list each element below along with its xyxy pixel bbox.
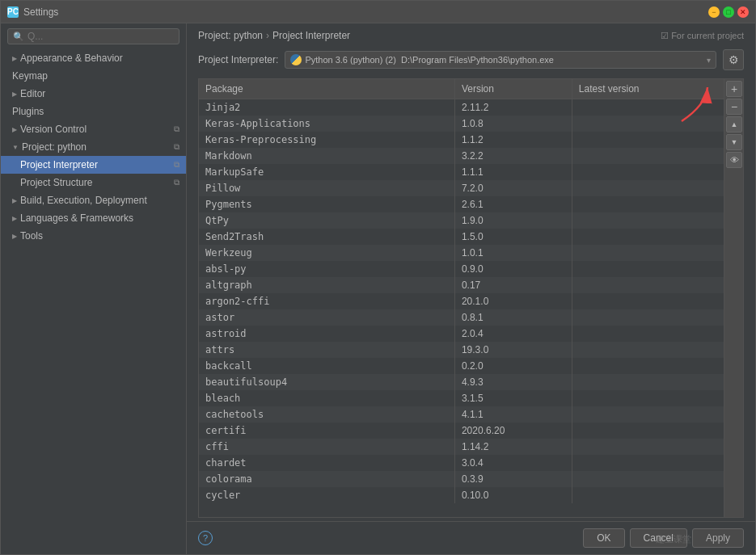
table-row[interactable]: Jinja2 2.11.2 xyxy=(199,99,724,116)
search-box[interactable]: 🔍 xyxy=(7,28,179,44)
window-controls: − □ ✕ xyxy=(708,6,749,18)
sidebar-item-project-interpreter[interactable]: Project Interpreter ⧉ xyxy=(1,156,186,174)
interpreter-value: Python 3.6 (python) (2) D:\Program Files… xyxy=(305,55,703,65)
package-latest xyxy=(572,374,724,390)
package-name: absl-py xyxy=(199,261,454,277)
interpreter-bar: Project Interpreter: Python 3.6 (python)… xyxy=(187,44,755,75)
window-title: Settings xyxy=(23,6,708,18)
dropdown-arrow-icon: ▾ xyxy=(707,56,711,65)
breadcrumb-current: Project Interpreter xyxy=(272,30,350,41)
table-row[interactable]: Keras-Preprocessing 1.1.2 xyxy=(199,132,724,148)
package-latest xyxy=(572,390,724,406)
package-version: 2.11.2 xyxy=(454,99,572,116)
sidebar-item-tools[interactable]: Tools xyxy=(1,227,186,245)
scroll-up-button[interactable]: ▲ xyxy=(726,116,742,132)
sidebar-item-version-control[interactable]: Version Control ⧉ xyxy=(1,120,186,138)
package-name: cffi xyxy=(199,439,454,455)
package-version: 1.14.2 xyxy=(454,439,572,455)
package-name: argon2-cffi xyxy=(199,293,454,309)
sidebar-item-project-structure[interactable]: Project Structure ⧉ xyxy=(1,174,186,191)
sidebar-item-editor[interactable]: Editor xyxy=(1,85,186,103)
sidebar-item-build-execution[interactable]: Build, Execution, Deployment xyxy=(1,191,186,209)
maximize-button[interactable]: □ xyxy=(723,6,734,18)
sidebar-item-appearance[interactable]: Appearance & Behavior xyxy=(1,49,186,67)
sidebar-item-keymap[interactable]: Keymap xyxy=(1,67,186,85)
sidebar-item-label: Version Control xyxy=(20,124,87,135)
package-latest xyxy=(572,309,724,326)
table-row[interactable]: altgraph 0.17 xyxy=(199,277,724,293)
table-row[interactable]: argon2-cffi 20.1.0 xyxy=(199,293,724,309)
table-row[interactable]: Markdown 3.2.2 xyxy=(199,148,724,164)
interpreter-label: Project Interpreter: xyxy=(198,54,278,65)
main-panel: Project: python › Project Interpreter ☑ … xyxy=(187,23,755,554)
package-latest xyxy=(572,439,724,455)
sidebar-item-project-python[interactable]: Project: python ⧉ xyxy=(1,138,186,156)
sidebar-item-label: Project Structure xyxy=(20,177,92,188)
table-row[interactable]: cffi 1.14.2 xyxy=(199,439,724,455)
package-version: 0.10.0 xyxy=(454,487,572,503)
package-version: 3.1.5 xyxy=(454,390,572,406)
table-row[interactable]: backcall 0.2.0 xyxy=(199,358,724,374)
package-version: 7.2.0 xyxy=(454,180,572,196)
main-content: 🔍 Appearance & Behavior Keymap Editor Pl… xyxy=(1,23,755,554)
sidebar-item-languages[interactable]: Languages & Frameworks xyxy=(1,209,186,227)
table-row[interactable]: colorama 0.3.9 xyxy=(199,471,724,487)
scroll-down-button[interactable]: ▼ xyxy=(726,134,742,150)
package-name: astor xyxy=(199,309,454,326)
table-row[interactable]: beautifulsoup4 4.9.3 xyxy=(199,374,724,390)
interpreter-dropdown[interactable]: Python 3.6 (python) (2) D:\Program Files… xyxy=(285,51,716,69)
sidebar: 🔍 Appearance & Behavior Keymap Editor Pl… xyxy=(1,23,187,554)
table-row[interactable]: attrs 19.3.0 xyxy=(199,342,724,358)
package-name: astroid xyxy=(199,326,454,342)
sidebar-item-label: Tools xyxy=(20,230,43,242)
breadcrumb-separator: › xyxy=(266,30,269,41)
table-row[interactable]: bleach 3.1.5 xyxy=(199,390,724,406)
package-latest xyxy=(572,342,724,358)
table-row[interactable]: astor 0.8.1 xyxy=(199,309,724,326)
table-row[interactable]: Werkzeug 1.0.1 xyxy=(199,245,724,261)
table-row[interactable]: cachetools 4.1.1 xyxy=(199,406,724,423)
table-row[interactable]: Send2Trash 1.5.0 xyxy=(199,229,724,245)
ok-button[interactable]: OK xyxy=(583,528,624,548)
package-version: 19.3.0 xyxy=(454,342,572,358)
package-name: MarkupSafe xyxy=(199,164,454,180)
package-name: cachetools xyxy=(199,406,454,423)
table-row[interactable]: absl-py 0.9.0 xyxy=(199,261,724,277)
package-version: 0.17 xyxy=(454,277,572,293)
package-latest xyxy=(572,164,724,180)
package-version: 0.2.0 xyxy=(454,358,572,374)
package-version: 1.9.0 xyxy=(454,212,572,229)
gear-button[interactable]: ⚙ xyxy=(723,49,744,70)
table-row[interactable]: astroid 2.0.4 xyxy=(199,326,724,342)
table-side-buttons: + − ▲ ▼ 👁 xyxy=(724,79,743,517)
table-row[interactable]: certifi 2020.6.20 xyxy=(199,423,724,439)
titlebar: PC Settings − □ ✕ xyxy=(1,1,755,23)
table-row[interactable]: Pygments 2.6.1 xyxy=(199,196,724,212)
package-table-container[interactable]: Package Version Latest version Jinja2 2.… xyxy=(199,79,724,517)
package-table: Package Version Latest version Jinja2 2.… xyxy=(199,79,724,503)
remove-package-button[interactable]: − xyxy=(726,99,742,115)
sidebar-item-label: Keymap xyxy=(12,70,48,82)
package-name: bleach xyxy=(199,390,454,406)
package-version: 4.1.1 xyxy=(454,406,572,423)
package-latest xyxy=(572,423,724,439)
minimize-button[interactable]: − xyxy=(708,6,720,18)
apply-button[interactable]: Apply xyxy=(692,528,744,548)
add-package-button[interactable]: + xyxy=(726,81,742,97)
close-button[interactable]: ✕ xyxy=(737,6,749,18)
table-row[interactable]: QtPy 1.9.0 xyxy=(199,212,724,229)
sidebar-item-label: Project: python xyxy=(22,141,87,153)
table-row[interactable]: cycler 0.10.0 xyxy=(199,487,724,503)
package-latest xyxy=(572,148,724,164)
table-row[interactable]: MarkupSafe 1.1.1 xyxy=(199,164,724,180)
package-latest xyxy=(572,180,724,196)
search-input[interactable] xyxy=(27,31,174,42)
sidebar-item-plugins[interactable]: Plugins xyxy=(1,103,186,120)
copy-icon: ⧉ xyxy=(174,178,179,187)
table-row[interactable]: chardet 3.0.4 xyxy=(199,455,724,471)
eye-button[interactable]: 👁 xyxy=(726,152,742,168)
package-latest xyxy=(572,196,724,212)
table-row[interactable]: Keras-Applications 1.0.8 xyxy=(199,116,724,132)
table-row[interactable]: Pillow 7.2.0 xyxy=(199,180,724,196)
help-button[interactable]: ? xyxy=(198,531,213,545)
